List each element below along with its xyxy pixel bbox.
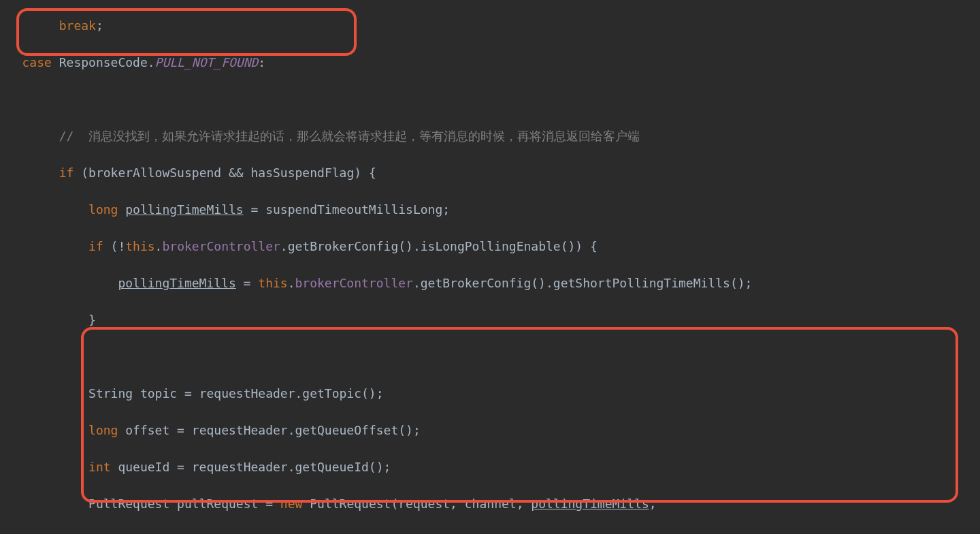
code-line[interactable]: break; xyxy=(0,14,980,37)
code-line[interactable]: String topic = requestHeader.getTopic(); xyxy=(0,382,980,405)
code-line[interactable]: long pollingTimeMills = suspendTimeoutMi… xyxy=(0,198,980,221)
code-editor[interactable]: break; case ResponseCode.PULL_NOT_FOUND:… xyxy=(0,0,980,534)
code-line[interactable]: this.brokerController.getMessageStore().… xyxy=(0,529,980,534)
code-line[interactable]: PullRequest pullRequest = new PullReques… xyxy=(0,492,980,515)
code-line[interactable]: if (!this.brokerController.getBrokerConf… xyxy=(0,235,980,257)
code-line[interactable] xyxy=(0,345,980,368)
keyword-case: case xyxy=(22,55,52,69)
code-line[interactable]: int queueId = requestHeader.getQueueId()… xyxy=(0,456,980,478)
code-line[interactable]: pollingTimeMills = this.brokerController… xyxy=(0,272,980,294)
code-line[interactable]: } xyxy=(0,309,980,331)
code-line[interactable]: case ResponseCode.PULL_NOT_FOUND: xyxy=(0,51,980,74)
code-line[interactable]: if (brokerAllowSuspend && hasSuspendFlag… xyxy=(0,161,980,184)
code-line[interactable]: long offset = requestHeader.getQueueOffs… xyxy=(0,419,980,441)
constant-pull-not-found: PULL_NOT_FOUND xyxy=(155,55,259,69)
comment: // 消息没找到，如果允许请求挂起的话，那么就会将请求挂起，等有消息的时候，再将… xyxy=(59,129,640,143)
code-line[interactable] xyxy=(0,88,980,110)
keyword-break: break xyxy=(59,18,96,33)
code-line[interactable]: // 消息没找到，如果允许请求挂起的话，那么就会将请求挂起，等有消息的时候，再将… xyxy=(0,125,980,147)
